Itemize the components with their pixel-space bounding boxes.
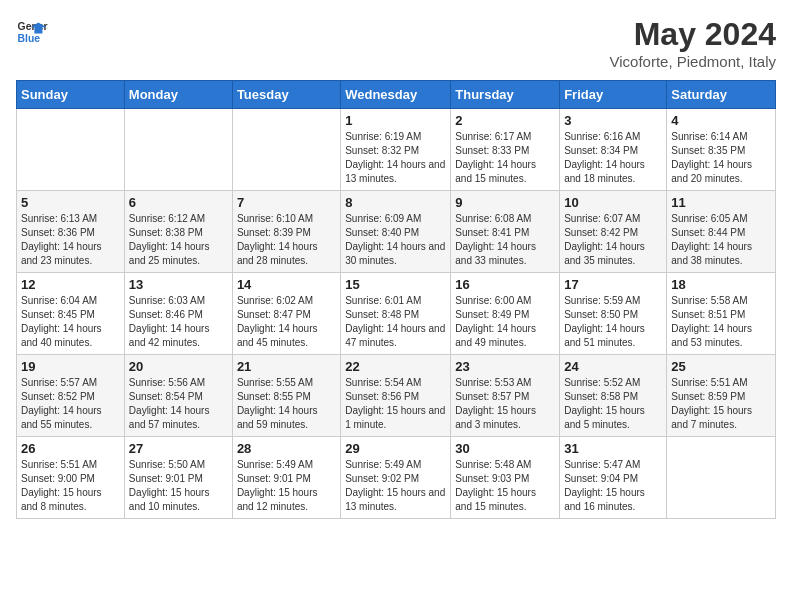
- day-header-tuesday: Tuesday: [232, 81, 340, 109]
- day-info: Sunrise: 5:49 AM Sunset: 9:02 PM Dayligh…: [345, 458, 446, 514]
- day-number: 29: [345, 441, 446, 456]
- calendar-cell: 3Sunrise: 6:16 AM Sunset: 8:34 PM Daylig…: [560, 109, 667, 191]
- calendar-cell: 21Sunrise: 5:55 AM Sunset: 8:55 PM Dayli…: [232, 355, 340, 437]
- day-info: Sunrise: 6:19 AM Sunset: 8:32 PM Dayligh…: [345, 130, 446, 186]
- calendar-cell: 9Sunrise: 6:08 AM Sunset: 8:41 PM Daylig…: [451, 191, 560, 273]
- day-number: 25: [671, 359, 771, 374]
- calendar-cell: 10Sunrise: 6:07 AM Sunset: 8:42 PM Dayli…: [560, 191, 667, 273]
- day-number: 5: [21, 195, 120, 210]
- day-number: 16: [455, 277, 555, 292]
- calendar-cell: 29Sunrise: 5:49 AM Sunset: 9:02 PM Dayli…: [341, 437, 451, 519]
- day-info: Sunrise: 6:03 AM Sunset: 8:46 PM Dayligh…: [129, 294, 228, 350]
- calendar-cell: 25Sunrise: 5:51 AM Sunset: 8:59 PM Dayli…: [667, 355, 776, 437]
- location-subtitle: Vicoforte, Piedmont, Italy: [610, 53, 776, 70]
- day-number: 27: [129, 441, 228, 456]
- day-number: 3: [564, 113, 662, 128]
- calendar-week-row: 5Sunrise: 6:13 AM Sunset: 8:36 PM Daylig…: [17, 191, 776, 273]
- day-info: Sunrise: 6:01 AM Sunset: 8:48 PM Dayligh…: [345, 294, 446, 350]
- day-info: Sunrise: 5:49 AM Sunset: 9:01 PM Dayligh…: [237, 458, 336, 514]
- day-number: 23: [455, 359, 555, 374]
- day-number: 9: [455, 195, 555, 210]
- calendar-cell: 11Sunrise: 6:05 AM Sunset: 8:44 PM Dayli…: [667, 191, 776, 273]
- calendar-cell: 31Sunrise: 5:47 AM Sunset: 9:04 PM Dayli…: [560, 437, 667, 519]
- calendar-cell: 27Sunrise: 5:50 AM Sunset: 9:01 PM Dayli…: [124, 437, 232, 519]
- calendar-cell: 26Sunrise: 5:51 AM Sunset: 9:00 PM Dayli…: [17, 437, 125, 519]
- calendar-cell: 8Sunrise: 6:09 AM Sunset: 8:40 PM Daylig…: [341, 191, 451, 273]
- day-header-sunday: Sunday: [17, 81, 125, 109]
- day-header-saturday: Saturday: [667, 81, 776, 109]
- svg-text:Blue: Blue: [18, 33, 41, 44]
- day-number: 21: [237, 359, 336, 374]
- day-info: Sunrise: 5:54 AM Sunset: 8:56 PM Dayligh…: [345, 376, 446, 432]
- calendar-cell: 30Sunrise: 5:48 AM Sunset: 9:03 PM Dayli…: [451, 437, 560, 519]
- day-info: Sunrise: 5:55 AM Sunset: 8:55 PM Dayligh…: [237, 376, 336, 432]
- calendar-cell: 17Sunrise: 5:59 AM Sunset: 8:50 PM Dayli…: [560, 273, 667, 355]
- calendar-cell: 28Sunrise: 5:49 AM Sunset: 9:01 PM Dayli…: [232, 437, 340, 519]
- calendar-week-row: 19Sunrise: 5:57 AM Sunset: 8:52 PM Dayli…: [17, 355, 776, 437]
- day-info: Sunrise: 6:09 AM Sunset: 8:40 PM Dayligh…: [345, 212, 446, 268]
- day-info: Sunrise: 6:16 AM Sunset: 8:34 PM Dayligh…: [564, 130, 662, 186]
- day-number: 22: [345, 359, 446, 374]
- day-number: 19: [21, 359, 120, 374]
- calendar-cell: 23Sunrise: 5:53 AM Sunset: 8:57 PM Dayli…: [451, 355, 560, 437]
- calendar-cell: 24Sunrise: 5:52 AM Sunset: 8:58 PM Dayli…: [560, 355, 667, 437]
- calendar-cell: 5Sunrise: 6:13 AM Sunset: 8:36 PM Daylig…: [17, 191, 125, 273]
- calendar-cell: [124, 109, 232, 191]
- day-info: Sunrise: 6:14 AM Sunset: 8:35 PM Dayligh…: [671, 130, 771, 186]
- day-number: 1: [345, 113, 446, 128]
- calendar-cell: [667, 437, 776, 519]
- day-header-friday: Friday: [560, 81, 667, 109]
- day-info: Sunrise: 5:59 AM Sunset: 8:50 PM Dayligh…: [564, 294, 662, 350]
- calendar-cell: 1Sunrise: 6:19 AM Sunset: 8:32 PM Daylig…: [341, 109, 451, 191]
- day-info: Sunrise: 5:47 AM Sunset: 9:04 PM Dayligh…: [564, 458, 662, 514]
- calendar-week-row: 1Sunrise: 6:19 AM Sunset: 8:32 PM Daylig…: [17, 109, 776, 191]
- day-number: 7: [237, 195, 336, 210]
- day-info: Sunrise: 6:02 AM Sunset: 8:47 PM Dayligh…: [237, 294, 336, 350]
- month-title: May 2024: [610, 16, 776, 53]
- calendar-cell: 16Sunrise: 6:00 AM Sunset: 8:49 PM Dayli…: [451, 273, 560, 355]
- day-number: 4: [671, 113, 771, 128]
- calendar-cell: [232, 109, 340, 191]
- day-number: 20: [129, 359, 228, 374]
- calendar-cell: 15Sunrise: 6:01 AM Sunset: 8:48 PM Dayli…: [341, 273, 451, 355]
- day-number: 24: [564, 359, 662, 374]
- calendar-cell: 18Sunrise: 5:58 AM Sunset: 8:51 PM Dayli…: [667, 273, 776, 355]
- calendar-week-row: 12Sunrise: 6:04 AM Sunset: 8:45 PM Dayli…: [17, 273, 776, 355]
- calendar-cell: 4Sunrise: 6:14 AM Sunset: 8:35 PM Daylig…: [667, 109, 776, 191]
- title-block: May 2024 Vicoforte, Piedmont, Italy: [610, 16, 776, 70]
- day-number: 15: [345, 277, 446, 292]
- day-number: 12: [21, 277, 120, 292]
- day-info: Sunrise: 5:53 AM Sunset: 8:57 PM Dayligh…: [455, 376, 555, 432]
- day-info: Sunrise: 6:13 AM Sunset: 8:36 PM Dayligh…: [21, 212, 120, 268]
- day-info: Sunrise: 6:04 AM Sunset: 8:45 PM Dayligh…: [21, 294, 120, 350]
- day-number: 11: [671, 195, 771, 210]
- day-info: Sunrise: 6:17 AM Sunset: 8:33 PM Dayligh…: [455, 130, 555, 186]
- day-number: 6: [129, 195, 228, 210]
- day-number: 28: [237, 441, 336, 456]
- calendar-cell: 14Sunrise: 6:02 AM Sunset: 8:47 PM Dayli…: [232, 273, 340, 355]
- day-info: Sunrise: 6:07 AM Sunset: 8:42 PM Dayligh…: [564, 212, 662, 268]
- calendar-body: 1Sunrise: 6:19 AM Sunset: 8:32 PM Daylig…: [17, 109, 776, 519]
- day-info: Sunrise: 6:10 AM Sunset: 8:39 PM Dayligh…: [237, 212, 336, 268]
- day-number: 18: [671, 277, 771, 292]
- day-number: 30: [455, 441, 555, 456]
- day-info: Sunrise: 5:52 AM Sunset: 8:58 PM Dayligh…: [564, 376, 662, 432]
- calendar-cell: 22Sunrise: 5:54 AM Sunset: 8:56 PM Dayli…: [341, 355, 451, 437]
- calendar-cell: [17, 109, 125, 191]
- calendar-cell: 2Sunrise: 6:17 AM Sunset: 8:33 PM Daylig…: [451, 109, 560, 191]
- day-info: Sunrise: 5:58 AM Sunset: 8:51 PM Dayligh…: [671, 294, 771, 350]
- day-info: Sunrise: 5:51 AM Sunset: 8:59 PM Dayligh…: [671, 376, 771, 432]
- calendar-cell: 7Sunrise: 6:10 AM Sunset: 8:39 PM Daylig…: [232, 191, 340, 273]
- calendar-cell: 12Sunrise: 6:04 AM Sunset: 8:45 PM Dayli…: [17, 273, 125, 355]
- day-info: Sunrise: 6:00 AM Sunset: 8:49 PM Dayligh…: [455, 294, 555, 350]
- calendar-cell: 19Sunrise: 5:57 AM Sunset: 8:52 PM Dayli…: [17, 355, 125, 437]
- calendar-cell: 13Sunrise: 6:03 AM Sunset: 8:46 PM Dayli…: [124, 273, 232, 355]
- day-number: 26: [21, 441, 120, 456]
- day-number: 10: [564, 195, 662, 210]
- day-info: Sunrise: 6:08 AM Sunset: 8:41 PM Dayligh…: [455, 212, 555, 268]
- day-header-wednesday: Wednesday: [341, 81, 451, 109]
- day-number: 31: [564, 441, 662, 456]
- day-header-thursday: Thursday: [451, 81, 560, 109]
- day-number: 8: [345, 195, 446, 210]
- day-info: Sunrise: 5:56 AM Sunset: 8:54 PM Dayligh…: [129, 376, 228, 432]
